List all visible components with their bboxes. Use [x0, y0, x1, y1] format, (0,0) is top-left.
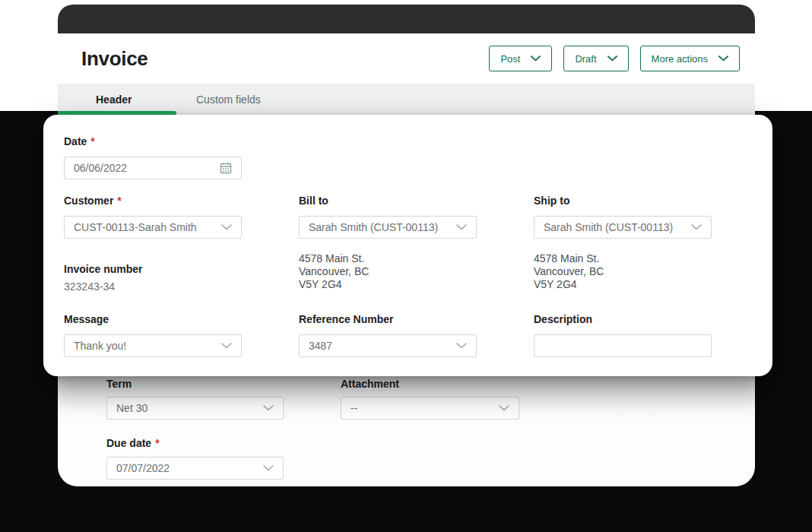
- description-input[interactable]: [534, 334, 712, 357]
- draft-button[interactable]: Draft: [563, 46, 628, 71]
- tab-custom-fields[interactable]: Custom fields: [196, 84, 261, 116]
- window-top-bar: [58, 5, 755, 33]
- ship-to-select[interactable]: Sarah Smith (CUST-00113): [534, 216, 712, 239]
- bill-to-address: 4578 Main St. Vancouver, BC V5Y 2G4: [299, 252, 369, 291]
- post-button[interactable]: Post: [489, 46, 552, 71]
- bill-to-select[interactable]: Sarah Smith (CUST-00113): [299, 216, 477, 239]
- chevron-down-icon: [718, 55, 728, 62]
- chevron-down-icon: [456, 343, 467, 349]
- page-title: Invoice: [81, 47, 148, 71]
- term-label: Term: [106, 378, 132, 390]
- chevron-down-icon: [607, 55, 617, 62]
- message-label: Message: [64, 313, 109, 325]
- lower-panel: Term Net 30 Attachment -- Due date* 07/0…: [58, 376, 755, 486]
- header-actions: Post Draft More actions: [489, 46, 740, 71]
- chevron-down-icon: [456, 224, 467, 230]
- tab-bar: Header Custom fields: [58, 84, 755, 116]
- ship-to-label: Ship to: [534, 195, 569, 207]
- chevron-down-icon: [499, 405, 509, 411]
- due-date-select[interactable]: 07/07/2022: [106, 457, 284, 480]
- reference-number-select[interactable]: 3487: [299, 334, 477, 357]
- date-label: Date*: [64, 135, 95, 147]
- customer-label: Customer*: [64, 195, 122, 207]
- date-input[interactable]: 06/06/2022: [64, 157, 242, 179]
- bill-to-label: Bill to: [299, 195, 328, 207]
- invoice-form-card: Date* 06/06/2022: [43, 115, 772, 376]
- chevron-down-icon: [221, 343, 232, 349]
- chevron-down-icon: [531, 55, 541, 62]
- chevron-down-icon: [691, 224, 702, 230]
- message-select[interactable]: Thank you!: [64, 334, 242, 357]
- customer-select[interactable]: CUST-00113-Sarah Smith: [64, 216, 242, 239]
- ship-to-address: 4578 Main St. Vancouver, BC V5Y 2G4: [534, 252, 604, 291]
- term-select[interactable]: Net 30: [106, 397, 284, 420]
- chevron-down-icon: [263, 405, 274, 411]
- due-date-label: Due date*: [106, 437, 160, 449]
- invoice-number-value: 323243-34: [64, 280, 115, 293]
- reference-number-label: Reference Number: [299, 313, 394, 325]
- chevron-down-icon: [263, 465, 274, 471]
- more-actions-button[interactable]: More actions: [640, 46, 740, 71]
- description-label: Description: [534, 313, 592, 325]
- invoice-number-label: Invoice number: [64, 263, 142, 275]
- attachment-select[interactable]: --: [341, 397, 519, 420]
- app-header: Invoice Post Draft More actions: [58, 33, 755, 84]
- calendar-icon: [220, 162, 232, 174]
- attachment-label: Attachment: [341, 378, 399, 390]
- chevron-down-icon: [221, 224, 232, 230]
- page: Invoice Post Draft More actions Header C…: [0, 0, 812, 532]
